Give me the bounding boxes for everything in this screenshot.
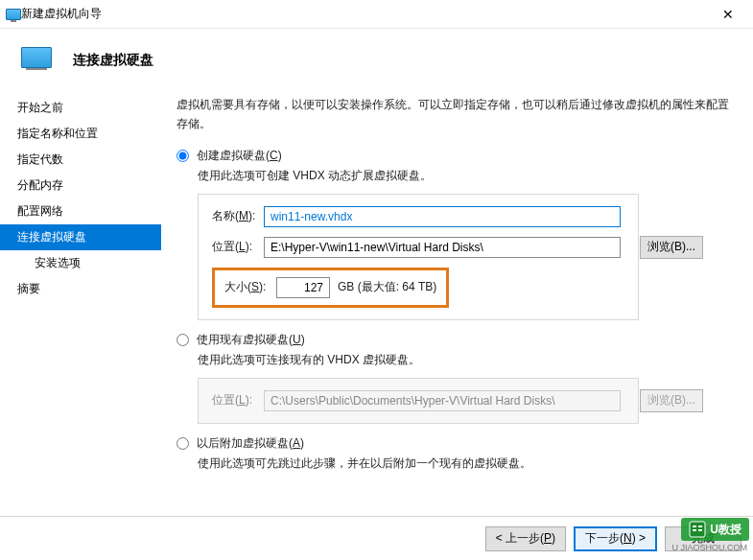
wizard-steps: 开始之前 指定名称和位置 指定代数 分配内存 配置网络 连接虚拟硬盘 安装选项 …: [0, 91, 161, 513]
create-vhd-form: 名称(M): 位置(L): 浏览(B)... 大小(S): GB (最大值: 6…: [198, 194, 639, 320]
titlebar: 新建虚拟机向导 ✕: [0, 0, 753, 29]
step-install-options[interactable]: 安装选项: [0, 250, 161, 276]
hint-use-existing: 使用此选项可连接现有的 VHDX 虚拟硬盘。: [176, 352, 730, 368]
existing-location-label: 位置(L):: [212, 392, 264, 408]
radio-use-existing-label: 使用现有虚拟硬盘(U): [197, 332, 305, 348]
window-title: 新建虚拟机向导: [21, 6, 709, 22]
prev-button[interactable]: < 上一步(P): [485, 526, 566, 551]
watermark-url: U JIAOSHOU.COM: [671, 543, 747, 552]
browse-existing-button: 浏览(B)...: [640, 389, 703, 412]
option-use-existing: 使用现有虚拟硬盘(U) 使用此选项可连接现有的 VHDX 虚拟硬盘。 位置(L)…: [176, 332, 730, 424]
page-title: 连接虚拟硬盘: [73, 52, 153, 69]
wizard-content: 虚拟机需要具有存储，以便可以安装操作系统。可以立即指定存储，也可以稍后通过修改虚…: [161, 91, 753, 513]
size-highlight-box: 大小(S): GB (最大值: 64 TB): [212, 268, 449, 308]
vhd-size-input[interactable]: [276, 277, 330, 298]
hint-attach-later: 使用此选项可先跳过此步骤，并在以后附加一个现有的虚拟硬盘。: [176, 455, 730, 472]
radio-attach-later[interactable]: [176, 437, 189, 450]
existing-vhd-form: 位置(L): 浏览(B)...: [198, 378, 639, 424]
radio-create-vhd[interactable]: [176, 150, 189, 162]
size-label: 大小(S):: [224, 279, 276, 295]
vhd-name-input[interactable]: [264, 206, 621, 227]
watermark-text: U教授: [710, 522, 741, 538]
svg-rect-4: [698, 529, 702, 531]
description-text: 虚拟机需要具有存储，以便可以安装操作系统。可以立即指定存储，也可以稍后通过修改虚…: [176, 95, 730, 134]
step-memory[interactable]: 分配内存: [0, 173, 161, 198]
location-label: 位置(L):: [212, 239, 264, 255]
option-create-vhd: 创建虚拟硬盘(C) 使用此选项可创建 VHDX 动态扩展虚拟硬盘。 名称(M):…: [176, 148, 730, 320]
existing-location-input: [264, 390, 621, 411]
step-generation[interactable]: 指定代数: [0, 147, 161, 173]
step-name-location[interactable]: 指定名称和位置: [0, 121, 161, 147]
next-button[interactable]: 下一步(N) >: [574, 526, 657, 551]
watermark-badge: U教授: [681, 518, 749, 541]
radio-create-vhd-label: 创建虚拟硬盘(C): [197, 148, 282, 164]
radio-use-existing[interactable]: [176, 334, 189, 346]
browse-button[interactable]: 浏览(B)...: [640, 236, 703, 259]
hint-create-vhd: 使用此选项可创建 VHDX 动态扩展虚拟硬盘。: [176, 168, 730, 184]
watermark-icon: [689, 521, 706, 538]
wizard-footer: < 上一步(P) 下一步(N) > 完成: [0, 516, 753, 560]
svg-rect-3: [693, 529, 696, 531]
wizard-icon: [21, 47, 56, 74]
wizard-header: 连接虚拟硬盘: [0, 29, 753, 91]
svg-rect-0: [690, 522, 705, 537]
app-icon: [6, 9, 21, 20]
radio-attach-later-label: 以后附加虚拟硬盘(A): [197, 435, 304, 452]
vhd-location-input[interactable]: [264, 237, 621, 258]
step-summary[interactable]: 摘要: [0, 276, 161, 302]
size-suffix: GB (最大值: 64 TB): [338, 279, 436, 295]
step-begin[interactable]: 开始之前: [0, 95, 161, 121]
close-icon[interactable]: ✕: [709, 7, 747, 22]
step-network[interactable]: 配置网络: [0, 198, 161, 224]
step-vhd[interactable]: 连接虚拟硬盘: [0, 224, 161, 250]
svg-rect-2: [698, 525, 702, 527]
name-label: 名称(M):: [212, 208, 264, 224]
svg-rect-1: [693, 525, 696, 527]
option-attach-later: 以后附加虚拟硬盘(A) 使用此选项可先跳过此步骤，并在以后附加一个现有的虚拟硬盘…: [176, 435, 730, 472]
